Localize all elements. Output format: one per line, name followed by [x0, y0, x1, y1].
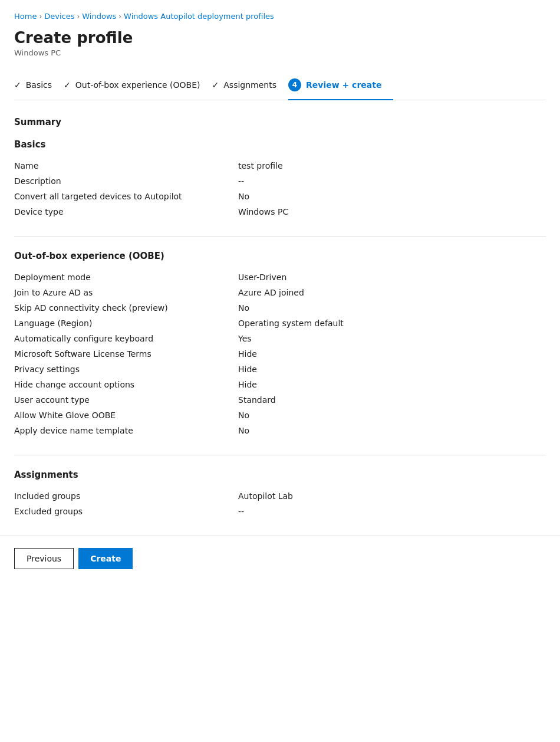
page-subtitle: Windows PC — [14, 48, 546, 57]
row-privacy-settings: Privacy settings Hide — [14, 362, 546, 377]
label-license-terms: Microsoft Software License Terms — [14, 349, 238, 359]
row-user-account-type: User account type Standard — [14, 392, 546, 408]
breadcrumb-sep-1: › — [39, 12, 42, 21]
value-license-terms: Hide — [238, 349, 257, 359]
section-basics: Basics Name test profile Description -- … — [14, 139, 546, 219]
step-label-review: Review + create — [306, 80, 381, 90]
row-description: Description -- — [14, 173, 546, 189]
value-device-name-template: No — [238, 426, 249, 435]
divider-1 — [14, 236, 546, 237]
step-label-basics: Basics — [26, 80, 52, 90]
divider-2 — [14, 455, 546, 455]
section-title-oobe: Out-of-box experience (OOBE) — [14, 251, 546, 261]
value-user-account-type: Standard — [238, 395, 276, 405]
value-convert-autopilot: No — [238, 192, 249, 201]
value-device-type: Windows PC — [238, 207, 288, 216]
label-device-type: Device type — [14, 207, 238, 216]
step-check-assignments: ✓ — [212, 80, 219, 90]
value-hide-account: Hide — [238, 380, 257, 389]
row-deployment-mode: Deployment mode User-Driven — [14, 270, 546, 285]
page-title: Create profile — [14, 29, 546, 47]
label-white-glove: Allow White Glove OOBE — [14, 411, 238, 420]
value-included-groups: Autopilot Lab — [238, 491, 293, 501]
label-hide-account: Hide change account options — [14, 380, 238, 389]
wizard-steps: ✓ Basics ✓ Out-of-box experience (OOBE) … — [14, 71, 546, 100]
step-review[interactable]: 4 Review + create — [288, 71, 393, 100]
breadcrumb: Home › Devices › Windows › Windows Autop… — [14, 12, 546, 21]
row-convert-autopilot: Convert all targeted devices to Autopilo… — [14, 189, 546, 204]
label-auto-keyboard: Automatically configure keyboard — [14, 334, 238, 343]
label-language: Language (Region) — [14, 319, 238, 328]
value-white-glove: No — [238, 411, 249, 420]
step-basics[interactable]: ✓ Basics — [14, 73, 64, 98]
label-deployment-mode: Deployment mode — [14, 272, 238, 282]
row-name: Name test profile — [14, 158, 546, 173]
breadcrumb-devices[interactable]: Devices — [44, 12, 74, 21]
label-join-azure: Join to Azure AD as — [14, 288, 238, 297]
step-check-basics: ✓ — [14, 80, 21, 90]
previous-button[interactable]: Previous — [14, 548, 74, 569]
value-join-azure: Azure AD joined — [238, 288, 304, 297]
label-description: Description — [14, 176, 238, 186]
breadcrumb-autopilot-profiles[interactable]: Windows Autopilot deployment profiles — [124, 12, 274, 21]
value-excluded-groups: -- — [238, 507, 244, 516]
label-device-name-template: Apply device name template — [14, 426, 238, 435]
step-oobe[interactable]: ✓ Out-of-box experience (OOBE) — [64, 73, 212, 98]
row-join-azure: Join to Azure AD as Azure AD joined — [14, 285, 546, 300]
row-skip-ad: Skip AD connectivity check (preview) No — [14, 300, 546, 316]
step-assignments[interactable]: ✓ Assignments — [212, 73, 288, 98]
row-device-type: Device type Windows PC — [14, 204, 546, 219]
row-device-name-template: Apply device name template No — [14, 423, 546, 438]
label-skip-ad: Skip AD connectivity check (preview) — [14, 303, 238, 313]
footer: Previous Create — [0, 536, 560, 581]
step-number-review: 4 — [288, 78, 301, 91]
value-language: Operating system default — [238, 319, 344, 328]
create-button[interactable]: Create — [78, 548, 133, 569]
breadcrumb-sep-3: › — [118, 12, 121, 21]
section-oobe: Out-of-box experience (OOBE) Deployment … — [14, 251, 546, 438]
value-deployment-mode: User-Driven — [238, 272, 286, 282]
breadcrumb-home[interactable]: Home — [14, 12, 37, 21]
value-skip-ad: No — [238, 303, 249, 313]
section-title-assignments: Assignments — [14, 470, 546, 480]
step-check-oobe: ✓ — [64, 80, 71, 90]
section-assignments: Assignments Included groups Autopilot La… — [14, 470, 546, 519]
label-privacy-settings: Privacy settings — [14, 365, 238, 374]
row-language: Language (Region) Operating system defau… — [14, 316, 546, 331]
section-title-basics: Basics — [14, 139, 546, 150]
step-label-assignments: Assignments — [223, 80, 276, 90]
row-hide-account: Hide change account options Hide — [14, 377, 546, 392]
label-included-groups: Included groups — [14, 491, 238, 501]
row-white-glove: Allow White Glove OOBE No — [14, 408, 546, 423]
label-excluded-groups: Excluded groups — [14, 507, 238, 516]
value-auto-keyboard: Yes — [238, 334, 252, 343]
value-privacy-settings: Hide — [238, 365, 257, 374]
label-name: Name — [14, 161, 238, 170]
breadcrumb-windows[interactable]: Windows — [82, 12, 116, 21]
label-convert-autopilot: Convert all targeted devices to Autopilo… — [14, 192, 238, 201]
breadcrumb-sep-2: › — [77, 12, 80, 21]
row-included-groups: Included groups Autopilot Lab — [14, 488, 546, 504]
label-user-account-type: User account type — [14, 395, 238, 405]
value-description: -- — [238, 176, 244, 186]
row-auto-keyboard: Automatically configure keyboard Yes — [14, 331, 546, 346]
row-excluded-groups: Excluded groups -- — [14, 504, 546, 519]
row-license-terms: Microsoft Software License Terms Hide — [14, 346, 546, 362]
value-name: test profile — [238, 161, 283, 170]
summary-header: Summary — [14, 117, 546, 127]
step-label-oobe: Out-of-box experience (OOBE) — [75, 80, 200, 90]
